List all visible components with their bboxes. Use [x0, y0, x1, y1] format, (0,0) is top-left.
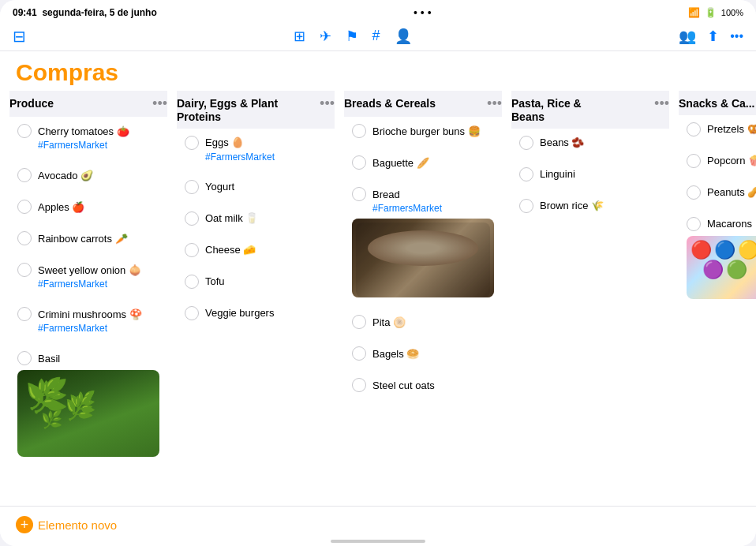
add-item-breads[interactable]: [344, 402, 502, 431]
item-text: Yogurt: [205, 181, 327, 193]
status-time-date: 09:41 segunda-feira, 5 de junho: [13, 7, 157, 18]
add-item-dairy[interactable]: [177, 331, 335, 359]
column-breads-title: Breads & Cereals: [344, 97, 436, 110]
share-person-icon[interactable]: 👥: [679, 28, 696, 45]
item-checkbox[interactable]: [352, 124, 366, 138]
item-text: Apples 🍎: [38, 201, 159, 213]
basil-image: 🌿 🌿 🌿: [17, 370, 159, 457]
more-options-icon[interactable]: •••: [730, 29, 743, 43]
page-title-area: Compras: [0, 51, 756, 91]
item-text: Baguette 🥖: [372, 157, 494, 169]
item-checkbox[interactable]: [519, 136, 533, 150]
list-item: Oat milk 🥛: [177, 204, 335, 233]
item-checkbox[interactable]: [687, 154, 701, 168]
toolbar: ⊟ ⊞ ✈ ⚑ # 👤 👥 ⬆ •••: [0, 22, 756, 51]
column-breads-more[interactable]: •••: [487, 95, 502, 112]
list-item: Rainbow carrots 🥕: [9, 224, 167, 252]
item-checkbox[interactable]: [519, 167, 533, 181]
list-item: Sweet yellow onion 🧅 #FarmersMarket: [9, 256, 167, 297]
item-checkbox[interactable]: [185, 136, 199, 150]
upload-icon[interactable]: ⬆: [707, 28, 719, 45]
item-checkbox[interactable]: [352, 315, 366, 329]
column-dairy-more[interactable]: •••: [320, 95, 335, 112]
item-checkbox[interactable]: [352, 155, 366, 170]
item-text: Cheese 🧀: [205, 244, 327, 256]
status-bar: 09:41 segunda-feira, 5 de junho • • • 📶 …: [0, 0, 756, 22]
list-item: Veggie burgers: [177, 299, 335, 327]
list-item: Yogurt: [177, 173, 335, 201]
item-checkbox[interactable]: [17, 200, 32, 214]
wifi-icon: 📶: [688, 7, 700, 18]
item-checkbox[interactable]: [17, 351, 32, 365]
list-item: Tofu: [177, 267, 335, 296]
add-item-pasta[interactable]: [511, 223, 669, 252]
item-text: Steel cut oats: [372, 380, 494, 391]
add-item-snacks[interactable]: [679, 309, 756, 338]
item-text: Eggs 🥚: [205, 136, 327, 148]
column-snacks-title: Snacks & Ca...: [679, 97, 755, 110]
column-breads: Breads & Cereals ••• Brioche burger buns…: [344, 91, 502, 487]
list-item: Brioche burger buns 🍔: [344, 117, 502, 145]
item-checkbox[interactable]: [352, 346, 366, 361]
item-text: Avocado 🥑: [38, 170, 159, 181]
item-checkbox[interactable]: [185, 243, 199, 257]
add-item-produce[interactable]: [9, 467, 167, 487]
grid-view-icon[interactable]: ⊞: [294, 28, 305, 45]
tag-icon[interactable]: #: [372, 28, 380, 45]
item-text: Popcorn 🍿: [707, 155, 756, 166]
item-text: Linguini: [540, 168, 661, 180]
column-pasta-title: Pasta, Rice &Beans: [511, 97, 582, 124]
item-checkbox[interactable]: [17, 307, 32, 321]
list-item: Linguini: [511, 160, 669, 189]
item-tag[interactable]: #FarmersMarket: [38, 323, 159, 334]
item-checkbox[interactable]: [185, 211, 199, 226]
column-dairy-title: Dairy, Eggs & PlantProteins: [177, 97, 278, 124]
list-item: Popcorn 🍿: [679, 147, 756, 175]
item-checkbox[interactable]: [17, 231, 32, 245]
list-item: Cheese 🧀: [177, 236, 335, 264]
list-item: Bread #FarmersMarket: [344, 180, 502, 305]
item-tag[interactable]: #FarmersMarket: [38, 279, 159, 290]
person-icon[interactable]: 👤: [395, 28, 412, 45]
column-produce-more[interactable]: •••: [152, 95, 167, 112]
item-checkbox[interactable]: [352, 187, 366, 201]
item-text: Brioche burger buns 🍔: [372, 125, 494, 137]
home-indicator: [331, 540, 425, 543]
item-checkbox[interactable]: [519, 199, 533, 213]
item-text: Macarons: [707, 218, 756, 230]
list-item: Crimini mushrooms 🍄 #FarmersMarket: [9, 300, 167, 341]
list-item: Eggs 🥚 #FarmersMarket: [177, 129, 335, 170]
column-produce-title: Produce: [9, 97, 54, 110]
list-item: Peanuts 🥜: [679, 178, 756, 207]
item-text: Tofu: [205, 275, 327, 287]
item-checkbox[interactable]: [687, 185, 701, 200]
item-text: Bagels 🥯: [372, 348, 494, 360]
list-item: Beans 🫘: [511, 129, 669, 157]
item-checkbox[interactable]: [17, 263, 32, 277]
item-text: Bread: [372, 189, 494, 200]
main-content: Produce ••• Cherry tomatoes 🍅 #FarmersMa…: [0, 91, 756, 487]
item-checkbox[interactable]: [185, 180, 199, 194]
item-checkbox[interactable]: [185, 306, 199, 320]
item-tag[interactable]: #FarmersMarket: [38, 140, 159, 151]
list-item: Basil 🌿 🌿 🌿: [9, 344, 167, 464]
item-checkbox[interactable]: [687, 122, 701, 136]
item-checkbox[interactable]: [17, 124, 32, 138]
item-tag[interactable]: #FarmersMarket: [372, 203, 494, 214]
item-text: Oat milk 🥛: [205, 212, 327, 224]
send-icon[interactable]: ✈: [320, 28, 331, 45]
item-text: Veggie burgers: [205, 307, 327, 319]
item-checkbox[interactable]: [185, 275, 199, 289]
flag-icon[interactable]: ⚑: [346, 28, 358, 45]
sidebar-toggle-icon[interactable]: ⊟: [13, 27, 26, 46]
item-checkbox[interactable]: [687, 217, 701, 231]
item-tag[interactable]: #FarmersMarket: [205, 151, 327, 163]
item-text: Brown rice 🌾: [540, 200, 661, 211]
macarons-image: 🔴 🔵 🟡 🟣 🟢: [687, 236, 756, 299]
item-text: Sweet yellow onion 🧅: [38, 264, 159, 276]
column-pasta-more[interactable]: •••: [654, 95, 669, 112]
item-checkbox[interactable]: [352, 378, 366, 392]
item-checkbox[interactable]: [17, 168, 32, 182]
new-item-button[interactable]: + Elemento novo: [16, 516, 117, 533]
list-item: Macarons 🔴 🔵 🟡 🟣 🟢: [679, 210, 756, 306]
